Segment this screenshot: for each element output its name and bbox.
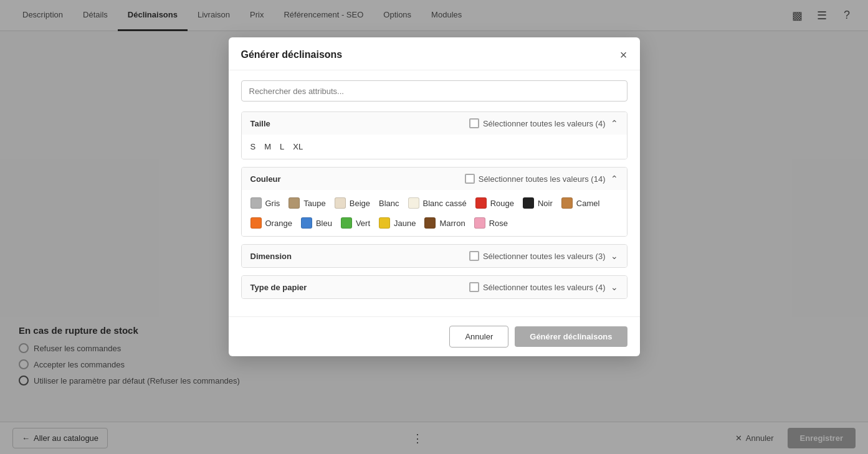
search-attributes-input[interactable] (249, 87, 619, 96)
color-swatch-rouge (475, 197, 487, 209)
checkbox-dimension (469, 251, 479, 261)
value-label-vert: Vert (356, 219, 370, 228)
attribute-name-couleur: Couleur (250, 174, 281, 184)
select-all-dimension[interactable]: Sélectionner toutes les valeurs (3) (469, 251, 606, 261)
checkbox-type-papier (469, 282, 479, 292)
attribute-group-type-papier: Type de papier Sélectionner toutes les v… (241, 275, 627, 299)
value-label-xl: XL (293, 142, 303, 151)
value-label-s: S (250, 142, 256, 151)
value-item-orange[interactable]: Orange (250, 217, 292, 229)
value-label-jaune: Jaune (394, 219, 416, 228)
value-label-rouge: Rouge (490, 199, 514, 208)
value-label-marron: Marron (439, 219, 465, 228)
attribute-header-right-taille: Sélectionner toutes les valeurs (4) ⌃ (469, 118, 618, 128)
value-item-jaune[interactable]: Jaune (379, 217, 416, 229)
value-label-camel: Camel (576, 199, 600, 208)
color-swatch-blanc cassé (408, 197, 419, 209)
attribute-name-taille: Taille (250, 119, 270, 128)
search-attributes-input-wrapper[interactable] (241, 80, 627, 102)
select-all-couleur[interactable]: Sélectionner toutes les valeurs (14) (465, 174, 606, 184)
select-all-label-taille: Sélectionner toutes les valeurs (4) (483, 119, 606, 128)
value-item-l[interactable]: L (280, 142, 284, 151)
color-swatch-noir (523, 197, 534, 209)
attribute-header-taille[interactable]: Taille Sélectionner toutes les valeurs (… (242, 112, 627, 135)
chevron-down-type-papier: ⌄ (611, 282, 618, 292)
checkbox-couleur (465, 174, 475, 184)
value-label-gris: Gris (265, 199, 280, 208)
attribute-header-right-dimension: Sélectionner toutes les valeurs (3) ⌄ (469, 251, 618, 261)
chevron-up-taille: ⌃ (611, 118, 618, 128)
value-item-vert[interactable]: Vert (341, 217, 370, 229)
value-item-blanc cassé[interactable]: Blanc cassé (408, 197, 467, 209)
value-item-bleu[interactable]: Bleu (301, 217, 332, 229)
value-item-gris[interactable]: Gris (250, 197, 280, 209)
value-label-bleu: Bleu (316, 219, 332, 228)
value-label-rose: Rose (489, 219, 508, 228)
attribute-header-couleur[interactable]: Couleur Sélectionner toutes les valeurs … (242, 168, 627, 190)
color-swatch-bleu (301, 217, 312, 229)
value-item-s[interactable]: S (250, 142, 256, 151)
color-swatch-marron (424, 217, 436, 229)
value-item-xl[interactable]: XL (293, 142, 303, 151)
select-all-taille[interactable]: Sélectionner toutes les valeurs (4) (469, 118, 606, 128)
value-item-marron[interactable]: Marron (424, 217, 465, 229)
value-item-noir[interactable]: Noir (523, 197, 553, 209)
value-item-m[interactable]: M (264, 142, 271, 151)
value-label-m: M (264, 142, 271, 151)
modal-header: Générer déclinaisons × (229, 37, 640, 70)
value-label-blanc cassé: Blanc cassé (423, 199, 467, 208)
attribute-values-couleur: GrisTaupeBeigeBlancBlanc casséRougeNoirC… (242, 190, 627, 236)
value-label-blanc: Blanc (379, 199, 399, 208)
value-label-orange: Orange (265, 219, 292, 228)
modal-cancel-button[interactable]: Annuler (449, 326, 508, 348)
value-label-taupe: Taupe (303, 199, 325, 208)
attribute-header-dimension[interactable]: Dimension Sélectionner toutes les valeur… (242, 245, 627, 267)
value-item-beige[interactable]: Beige (335, 197, 370, 209)
attribute-name-dimension: Dimension (250, 252, 292, 261)
value-item-camel[interactable]: Camel (561, 197, 600, 209)
color-swatch-gris (250, 197, 262, 209)
value-label-l: L (280, 142, 284, 151)
select-all-label-couleur: Sélectionner toutes les valeurs (14) (479, 174, 606, 184)
attribute-header-type-papier[interactable]: Type de papier Sélectionner toutes les v… (242, 276, 627, 298)
modal-close-button[interactable]: × (620, 49, 627, 61)
color-swatch-vert (341, 217, 352, 229)
attribute-header-right-couleur: Sélectionner toutes les valeurs (14) ⌃ (465, 174, 618, 184)
modal-footer: Annuler Générer déclinaisons (229, 316, 640, 356)
modal-overlay: Générer déclinaisons × Taille Sélectionn… (0, 0, 868, 454)
modal-generate-button[interactable]: Générer déclinaisons (515, 326, 627, 347)
color-swatch-camel (561, 197, 573, 209)
color-swatch-jaune (379, 217, 390, 229)
value-item-blanc[interactable]: Blanc (379, 197, 399, 209)
attribute-header-right-type-papier: Sélectionner toutes les valeurs (4) ⌄ (469, 282, 618, 292)
value-item-taupe[interactable]: Taupe (289, 197, 325, 209)
attribute-group-couleur: Couleur Sélectionner toutes les valeurs … (241, 167, 627, 237)
chevron-up-couleur: ⌃ (611, 174, 618, 184)
modal-dialog: Générer déclinaisons × Taille Sélectionn… (229, 37, 640, 356)
attribute-group-dimension: Dimension Sélectionner toutes les valeur… (241, 244, 627, 268)
value-item-rouge[interactable]: Rouge (475, 197, 514, 209)
select-all-type-papier[interactable]: Sélectionner toutes les valeurs (4) (469, 282, 606, 292)
checkbox-taille (469, 118, 479, 128)
color-swatch-rose (474, 217, 485, 229)
select-all-label-dimension: Sélectionner toutes les valeurs (3) (483, 252, 606, 261)
modal-body: Taille Sélectionner toutes les valeurs (… (229, 70, 640, 316)
color-swatch-orange (250, 217, 262, 229)
attribute-values-taille: S M L XL (242, 135, 627, 159)
attribute-group-taille: Taille Sélectionner toutes les valeurs (… (241, 111, 627, 159)
color-swatch-beige (335, 197, 346, 209)
select-all-label-type-papier: Sélectionner toutes les valeurs (4) (483, 283, 606, 292)
chevron-down-dimension: ⌄ (611, 251, 618, 261)
attribute-name-type-papier: Type de papier (250, 283, 307, 292)
value-label-noir: Noir (538, 199, 553, 208)
color-swatch-taupe (289, 197, 300, 209)
value-item-rose[interactable]: Rose (474, 217, 508, 229)
modal-title: Générer déclinaisons (241, 49, 343, 60)
value-label-beige: Beige (350, 199, 370, 208)
